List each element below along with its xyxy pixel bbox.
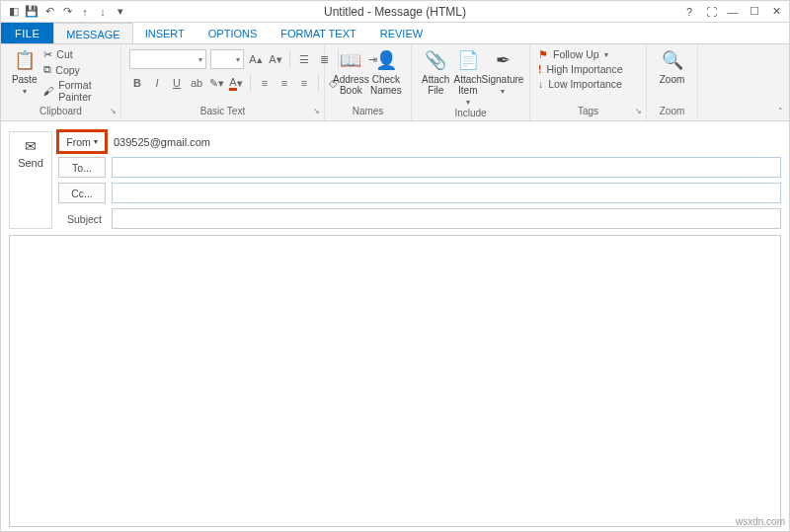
check-names-button[interactable]: 👤 CheckNames bbox=[369, 48, 403, 96]
maximize-icon[interactable]: ☐ bbox=[748, 5, 761, 19]
message-body[interactable] bbox=[9, 235, 781, 527]
group-tags: ⚑Follow Up▾ !High Importance ↓Low Import… bbox=[530, 44, 647, 120]
help-icon[interactable]: ? bbox=[682, 5, 696, 19]
follow-up-dropdown-icon[interactable]: ▾ bbox=[604, 50, 608, 59]
group-basic-text: ▾ ▾ A▴ A▾ ☰ ≣ ⇤ ⇥ B I U ab ✎▾ bbox=[121, 44, 325, 120]
cut-button[interactable]: ✂Cut bbox=[43, 48, 113, 60]
align-center-icon[interactable]: ≡ bbox=[276, 75, 292, 91]
signature-label: Signature bbox=[482, 74, 524, 85]
send-button[interactable]: ✉ Send bbox=[9, 131, 52, 229]
group-title-include: Include bbox=[420, 107, 521, 120]
font-family-dropdown[interactable]: ▾ bbox=[129, 49, 206, 69]
attach-file-button[interactable]: 📎 AttachFile bbox=[420, 48, 452, 96]
attach-file-icon: 📎 bbox=[424, 48, 447, 72]
redo-icon[interactable]: ↷ bbox=[60, 5, 74, 19]
tab-insert[interactable]: INSERT bbox=[133, 23, 197, 43]
group-title-tags: Tags↘ bbox=[538, 105, 638, 118]
bold-icon[interactable]: B bbox=[129, 75, 145, 91]
to-input[interactable] bbox=[112, 157, 781, 178]
address-book-icon: 📖 bbox=[339, 48, 362, 72]
paste-label: Paste bbox=[12, 74, 38, 85]
close-icon[interactable]: ✕ bbox=[769, 5, 783, 19]
paste-dropdown-icon[interactable]: ▾ bbox=[23, 87, 27, 96]
basic-text-launcher-icon[interactable]: ↘ bbox=[313, 105, 320, 118]
bullets-icon[interactable]: ☰ bbox=[296, 51, 312, 67]
save-icon[interactable]: 💾 bbox=[25, 5, 39, 19]
ribbon-tabs: FILE MESSAGE INSERT OPTIONS FORMAT TEXT … bbox=[1, 23, 789, 44]
subject-label: Subject bbox=[58, 213, 106, 225]
group-clipboard: 📋 Paste ▾ ✂Cut ⧉Copy 🖌Format Painter Cli… bbox=[1, 44, 121, 120]
align-left-icon[interactable]: ≡ bbox=[257, 75, 273, 91]
group-zoom: 🔍 Zoom Zoom bbox=[647, 44, 698, 120]
group-title-names: Names bbox=[333, 105, 403, 118]
paste-icon: 📋 bbox=[13, 48, 37, 72]
group-include: 📎 AttachFile 📄 AttachItem ▾ ✒ Signature … bbox=[412, 44, 530, 120]
high-importance-button[interactable]: !High Importance bbox=[538, 63, 623, 75]
copy-label: Copy bbox=[55, 64, 80, 76]
copy-icon: ⧉ bbox=[43, 63, 51, 76]
tab-message[interactable]: MESSAGE bbox=[53, 23, 132, 43]
attach-file-label: AttachFile bbox=[422, 74, 449, 96]
tab-review[interactable]: REVIEW bbox=[368, 23, 434, 43]
paste-button[interactable]: 📋 Paste ▾ bbox=[9, 48, 40, 96]
attach-item-icon: 📄 bbox=[456, 48, 480, 72]
low-importance-button[interactable]: ↓Low Importance bbox=[538, 78, 623, 90]
shrink-font-icon[interactable]: A▾ bbox=[268, 51, 283, 67]
zoom-label: Zoom bbox=[660, 74, 685, 85]
high-importance-label: High Importance bbox=[547, 63, 623, 75]
flag-icon: ⚑ bbox=[538, 48, 548, 60]
from-value: 039525@gmail.com bbox=[112, 136, 781, 148]
align-right-icon[interactable]: ≡ bbox=[296, 75, 312, 91]
address-book-button[interactable]: 📖 AddressBook bbox=[333, 48, 369, 96]
quick-access-toolbar: ◧ 💾 ↶ ↷ ↑ ↓ ▾ bbox=[1, 5, 127, 19]
group-title-zoom: Zoom bbox=[655, 105, 689, 118]
cc-input[interactable] bbox=[112, 183, 781, 203]
ribbon-display-icon[interactable]: ⛶ bbox=[704, 5, 718, 19]
format-painter-icon: 🖌 bbox=[43, 85, 54, 97]
high-importance-icon: ! bbox=[538, 63, 542, 75]
low-importance-icon: ↓ bbox=[538, 78, 543, 90]
prev-item-icon[interactable]: ↑ bbox=[78, 5, 92, 19]
app-icon: ◧ bbox=[7, 5, 21, 19]
cut-label: Cut bbox=[56, 48, 72, 60]
address-book-label: AddressBook bbox=[333, 74, 369, 96]
from-button[interactable]: From ▾ bbox=[58, 131, 106, 152]
copy-button[interactable]: ⧉Copy bbox=[43, 63, 113, 76]
title-bar: ◧ 💾 ↶ ↷ ↑ ↓ ▾ Untitled - Message (HTML) … bbox=[1, 1, 789, 23]
to-button[interactable]: To... bbox=[58, 157, 106, 178]
strike-icon[interactable]: ab bbox=[189, 75, 204, 91]
collapse-ribbon-icon[interactable]: ˄ bbox=[778, 107, 783, 116]
cc-button[interactable]: Cc... bbox=[58, 183, 106, 203]
compose-header: ✉ Send From ▾ 039525@gmail.com To... Cc.… bbox=[1, 121, 789, 235]
italic-icon[interactable]: I bbox=[149, 75, 165, 91]
tags-launcher-icon[interactable]: ↘ bbox=[635, 105, 642, 118]
undo-icon[interactable]: ↶ bbox=[42, 5, 56, 19]
signature-button[interactable]: ✒ Signature ▾ bbox=[484, 48, 521, 96]
clipboard-launcher-icon[interactable]: ↘ bbox=[110, 105, 117, 118]
format-painter-label: Format Painter bbox=[58, 79, 113, 103]
minimize-icon[interactable]: — bbox=[726, 5, 740, 19]
attach-item-dropdown-icon[interactable]: ▾ bbox=[466, 98, 470, 107]
subject-input[interactable] bbox=[112, 208, 781, 229]
font-color-icon[interactable]: A▾ bbox=[228, 75, 244, 91]
zoom-icon: 🔍 bbox=[661, 48, 684, 72]
low-importance-label: Low Importance bbox=[548, 78, 622, 90]
underline-icon[interactable]: U bbox=[169, 75, 185, 91]
font-size-dropdown[interactable]: ▾ bbox=[210, 49, 244, 69]
tab-format-text[interactable]: FORMAT TEXT bbox=[269, 23, 367, 43]
signature-dropdown-icon[interactable]: ▾ bbox=[501, 87, 505, 96]
zoom-button[interactable]: 🔍 Zoom bbox=[655, 48, 689, 85]
tab-options[interactable]: OPTIONS bbox=[197, 23, 270, 43]
check-names-icon: 👤 bbox=[374, 48, 398, 72]
qat-dropdown-icon[interactable]: ▾ bbox=[114, 5, 127, 19]
tab-file[interactable]: FILE bbox=[1, 23, 53, 43]
grow-font-icon[interactable]: A▴ bbox=[248, 51, 264, 67]
cut-icon: ✂ bbox=[43, 48, 52, 60]
highlight-icon[interactable]: ✎▾ bbox=[208, 75, 224, 91]
format-painter-button[interactable]: 🖌Format Painter bbox=[43, 79, 113, 103]
next-item-icon[interactable]: ↓ bbox=[96, 5, 110, 19]
watermark: wsxdn.com bbox=[736, 516, 785, 527]
follow-up-button[interactable]: ⚑Follow Up▾ bbox=[538, 48, 623, 60]
attach-item-button[interactable]: 📄 AttachItem ▾ bbox=[452, 48, 485, 107]
send-label: Send bbox=[18, 157, 43, 169]
